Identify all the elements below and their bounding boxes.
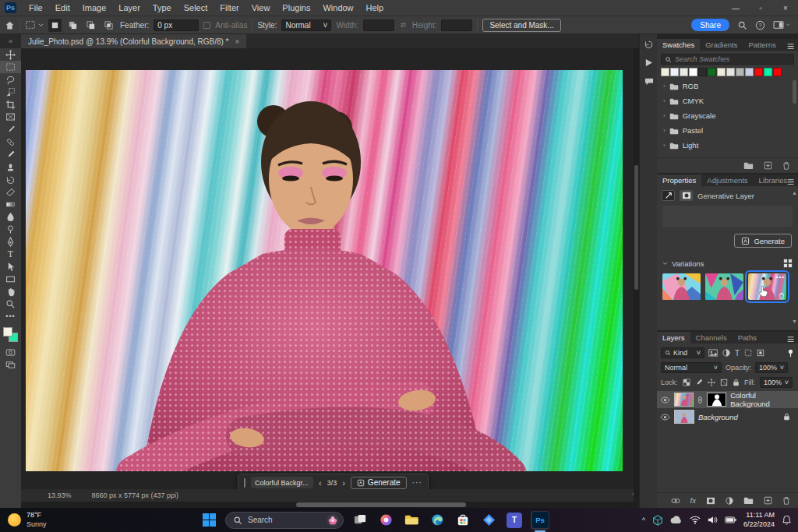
minimize-button[interactable]: — [723,0,748,16]
new-group-icon[interactable] [743,496,754,505]
color-swatch[interactable] [726,68,735,76]
width-input[interactable] [363,19,394,31]
3d-viewer-tray-icon[interactable] [652,515,663,526]
layer-mask-thumbnail[interactable] [707,393,726,407]
spot-healing-brush-tool[interactable] [0,136,21,148]
comments-icon[interactable] [640,72,658,90]
close-tab-icon[interactable]: × [235,37,240,46]
previous-variation-icon[interactable]: ‹ [319,478,322,488]
filter-shape-layers-icon[interactable] [744,349,752,357]
menu-item[interactable]: Help [360,0,390,16]
panel-menu-icon[interactable]: ≡ [787,333,794,347]
menu-item[interactable]: Layer [112,0,147,16]
file-explorer-button[interactable] [402,511,421,530]
color-swatch[interactable] [680,68,688,76]
color-swatch[interactable] [698,68,707,76]
delete-swatch-icon[interactable] [782,161,790,170]
rectangular-marquee-tool[interactable] [0,61,21,73]
select-and-mask-button[interactable]: Select and Mask... [482,19,560,32]
edge-button[interactable] [428,511,447,530]
lock-nesting-icon[interactable] [720,379,728,386]
color-swatch[interactable] [708,68,716,76]
menu-item[interactable]: Plugins [276,0,316,16]
frame-tool[interactable] [0,111,21,123]
workspace-icon[interactable] [773,20,790,30]
menu-item[interactable]: Image [76,0,113,16]
variations-header[interactable]: Variations [657,252,798,271]
new-selection-mode[interactable] [48,19,62,32]
opacity-select[interactable]: 100%˅ [755,362,788,373]
variation-options-icon[interactable]: ••• [776,273,785,280]
filter-smart-objects-icon[interactable] [757,349,764,357]
add-selection-mode[interactable] [66,19,79,32]
mask-link-icon[interactable] [697,396,703,403]
panel-tab[interactable]: Paths [733,332,762,344]
history-brush-tool[interactable] [0,173,21,185]
expand-icon[interactable]: › [663,142,666,149]
delete-variation-icon[interactable] [779,292,785,299]
dodge-tool[interactable] [0,223,21,235]
expand-icon[interactable]: › [663,97,666,104]
fill-select[interactable]: 100%˅ [760,377,793,388]
color-swatch[interactable] [764,68,772,76]
color-swatch[interactable] [745,68,754,76]
layer-thumbnail[interactable] [674,410,694,424]
generate-button[interactable]: Generate [351,477,407,489]
zoom-tool[interactable] [0,298,21,310]
dev-home-button[interactable] [479,511,498,530]
type-tool[interactable]: T [0,248,21,260]
adjustment-layer-icon[interactable] [726,497,733,505]
object-selection-tool[interactable] [0,86,21,98]
layer-row-colorful-background[interactable]: Colorful Background [657,391,798,408]
lock-pixels-icon[interactable] [695,379,703,386]
menu-item[interactable]: Select [178,0,214,16]
prompt-field[interactable]: Colorful Backgr... [251,477,313,488]
swap-dimensions-icon[interactable] [399,21,408,29]
variation-2[interactable] [705,273,743,300]
wifi-tray-icon[interactable] [690,516,701,524]
menu-item[interactable]: File [23,0,49,16]
swatches-search[interactable] [661,54,794,65]
panel-tab[interactable]: Layers [657,332,690,344]
menu-item[interactable]: Filter [214,0,245,16]
expand-icon[interactable]: › [663,112,666,119]
help-icon[interactable]: ? [755,20,765,30]
layer-name[interactable]: Colorful Background [730,391,795,408]
lock-all-icon[interactable] [733,379,740,386]
color-swatch[interactable] [717,68,726,76]
filter-toggle-icon[interactable] [787,349,794,358]
eyedropper-tool[interactable] [0,123,21,136]
panel-menu-icon[interactable]: ≡ [787,40,794,54]
clock-widget[interactable]: 11:11 AM 6/22/2024 [743,511,775,529]
visibility-eye-icon[interactable] [660,414,670,421]
swatch-group-row[interactable]: › CMYK [657,93,798,108]
microsoft-store-button[interactable] [454,511,472,530]
transform-icon[interactable] [662,190,675,201]
path-selection-tool[interactable] [0,260,21,273]
color-swatch[interactable] [773,68,782,76]
search-icon[interactable] [737,20,747,30]
history-icon[interactable] [640,34,658,53]
layer-thumbnail[interactable] [674,393,694,407]
blend-mode-select[interactable]: Normal˅ [661,362,722,373]
color-swatch[interactable] [689,68,697,76]
onedrive-tray-icon[interactable] [670,516,683,524]
subtract-selection-mode[interactable] [84,19,97,32]
drag-handle[interactable] [244,478,245,488]
variation-1[interactable] [662,273,701,300]
layer-name[interactable]: Background [698,413,738,421]
add-mask-icon[interactable] [706,497,715,505]
color-swatch[interactable] [754,68,763,76]
crop-tool[interactable] [0,98,21,111]
task-view-button[interactable] [351,511,369,530]
zoom-level[interactable]: 13.93% [48,491,72,499]
rectangle-tool[interactable] [0,273,21,285]
vscroll-thumb[interactable] [634,165,638,290]
copilot-button[interactable] [376,511,395,530]
new-group-icon[interactable] [743,161,754,170]
mask-properties-icon[interactable] [680,190,693,201]
notifications-bell-icon[interactable] [782,515,792,525]
lock-position-icon[interactable] [708,379,715,386]
anti-alias-checkbox[interactable] [203,22,210,29]
panel-tab[interactable]: Channels [690,332,733,344]
